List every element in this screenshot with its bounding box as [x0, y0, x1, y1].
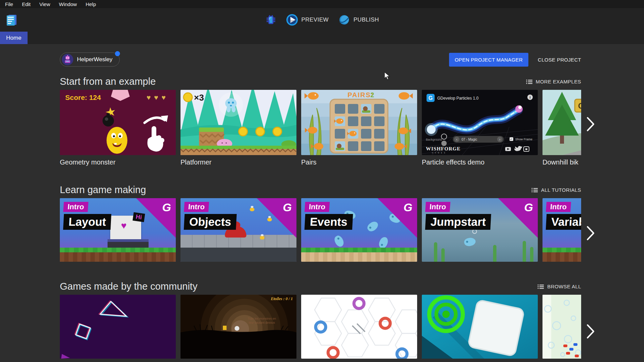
tutorial-title: Layout: [63, 214, 112, 230]
user-profile-chip[interactable]: HelperWesley: [60, 52, 120, 67]
publish-globe-icon: [338, 14, 350, 26]
preview-label: PREVIEW: [301, 16, 329, 23]
background-label: Background: [426, 138, 442, 141]
wishforge-sub: G A M E S: [432, 152, 446, 154]
close-project-button[interactable]: CLOSE PROJECT: [538, 57, 581, 63]
home-header-row: HelperWesley OPEN PROJECT MANAGER CLOSE …: [60, 52, 581, 67]
avatar: [62, 54, 73, 65]
example-label: Platformer: [180, 158, 296, 166]
gd-logo-letter: G: [429, 95, 433, 101]
tutorials-carousel: ♥ Hi G Intro Layout: [60, 198, 581, 262]
all-tutorials-label: ALL TUTORIALS: [541, 187, 581, 193]
score-text: Score: 124: [65, 94, 101, 101]
menu-bar: File Edit View Window Help: [0, 0, 644, 8]
chevron-right-icon: [586, 225, 595, 241]
chevron-right-icon: [586, 116, 595, 132]
coin-counter: ×3: [194, 93, 204, 103]
preset-prev: ‹: [456, 138, 457, 141]
show-frame-check: ✓: [510, 138, 513, 141]
trail-sign-letter: G: [578, 101, 581, 110]
tutorial-card-variables[interactable]: +1 G Intro Variab: [542, 198, 581, 262]
particles-thumbnail: G GDevelop Particles 1.0 i Background ‹ …: [422, 90, 538, 155]
gdevelop-logo-icon: G: [524, 201, 533, 214]
menu-file[interactable]: File: [1, 0, 17, 8]
etoiles-counter: Etoiles : 0 / 1: [271, 296, 293, 301]
debug-button[interactable]: [265, 14, 277, 26]
tutorial-events-thumbnail: G Intro Events: [301, 198, 417, 262]
play-circle-icon: [286, 14, 298, 26]
menu-window[interactable]: Window: [54, 0, 81, 8]
examples-section-title: Start from an example: [60, 76, 156, 87]
community-card-teal-rings[interactable]: [422, 295, 538, 359]
tab-home[interactable]: Home: [0, 32, 28, 44]
bubbles-thumbnail: [542, 295, 581, 359]
geometry-monster-thumbnail: Score: 124 ♥ ♥ ♥: [60, 90, 176, 155]
tutorial-card-layout[interactable]: ♥ Hi G Intro Layout: [60, 198, 176, 262]
tutorial-title: Events: [305, 214, 353, 230]
list-icon: [531, 187, 538, 193]
more-examples-button[interactable]: MORE EXAMPLES: [526, 79, 581, 84]
hearts-text: ♥ ♥ ♥: [147, 94, 166, 101]
pairs-title: PAIRS:: [348, 91, 374, 99]
neon-shapes-thumbnail: [60, 295, 176, 359]
example-label: Downhill bik: [542, 158, 581, 166]
tutorial-variables-thumbnail: +1 G Intro Variab: [542, 198, 581, 262]
all-tutorials-button[interactable]: ALL TUTORIALS: [531, 187, 581, 193]
menu-view[interactable]: View: [35, 0, 54, 8]
community-carousel: Etoiles : 0 / 1 Tuer les monstres en leu…: [60, 295, 581, 359]
list-icon: [526, 79, 533, 84]
tutorial-card-events[interactable]: G Intro Events: [301, 198, 417, 262]
gdevelop-logo-icon: G: [283, 201, 292, 214]
community-card-sunset-platformer[interactable]: Etoiles : 0 / 1 Tuer les monstres en leu…: [180, 295, 296, 359]
community-next-button[interactable]: [586, 324, 595, 340]
username: HelperWesley: [77, 56, 113, 63]
preview-button[interactable]: PREVIEW: [286, 14, 329, 26]
menu-help[interactable]: Help: [81, 0, 100, 8]
browse-all-button[interactable]: BROWSE ALL: [537, 284, 581, 289]
community-card-hex-rings[interactable]: [301, 295, 417, 359]
info-icon: i: [529, 95, 530, 99]
intro-badge: Intro: [425, 202, 450, 212]
menu-edit[interactable]: Edit: [17, 0, 35, 8]
community-card-bubbles[interactable]: [542, 295, 581, 359]
example-card-downhill-bike[interactable]: G Downhill bik: [542, 90, 581, 166]
tutorial-card-jumpstart[interactable]: G Intro Jumpstart: [422, 198, 538, 262]
example-card-platformer[interactable]: ×3 Platformer: [180, 90, 296, 166]
show-frame-label: Show Frame: [515, 138, 532, 141]
pairs-thumbnail: PAIRS: 2: [301, 90, 417, 155]
hex-rings-thumbnail: [301, 295, 417, 359]
main-toolbar: PREVIEW PUBLISH: [0, 8, 644, 32]
notification-dot: [115, 51, 120, 56]
example-card-geometry-monster[interactable]: Score: 124 ♥ ♥ ♥ Ge: [60, 90, 176, 166]
hint-line-2: leur sautant dessus: [249, 321, 275, 324]
tutorials-section-title: Learn game making: [60, 184, 146, 195]
wishforge-brand: WISHFORGE: [426, 146, 460, 151]
examples-next-button[interactable]: [586, 116, 595, 133]
tutorial-title: Objects: [184, 214, 237, 230]
examples-carousel: Score: 124 ♥ ♥ ♥ Ge: [60, 90, 581, 166]
heart-icon: ♥: [121, 220, 127, 231]
tab-strip: Home: [0, 32, 644, 44]
pairs-count: 2: [370, 91, 374, 99]
example-card-pairs[interactable]: PAIRS: 2 Pairs: [301, 90, 417, 166]
downhill-bike-thumbnail: G: [542, 90, 581, 155]
sunset-thumbnail: Etoiles : 0 / 1 Tuer les monstres en leu…: [180, 295, 296, 359]
community-card-neon-shapes[interactable]: [60, 295, 176, 359]
gdevelop-logo-icon: G: [404, 201, 412, 214]
tutorial-title: Jumpstart: [425, 214, 491, 230]
more-examples-label: MORE EXAMPLES: [536, 79, 581, 84]
publish-button[interactable]: PUBLISH: [338, 14, 379, 26]
particles-title: GDevelop Particles 1.0: [437, 96, 479, 101]
tutorials-next-button[interactable]: [586, 225, 595, 242]
preset-name: 07 - Magic: [461, 138, 477, 141]
preset-next: ›: [499, 138, 500, 141]
tutorial-jumpstart-thumbnail: G Intro Jumpstart: [422, 198, 538, 262]
intro-badge: Intro: [63, 202, 88, 212]
intro-badge: Intro: [305, 202, 330, 212]
example-card-particle-effects[interactable]: G GDevelop Particles 1.0 i Background ‹ …: [422, 90, 538, 166]
tutorial-card-objects[interactable]: G Intro Objects: [180, 198, 296, 262]
open-project-manager-button[interactable]: OPEN PROJECT MANAGER: [449, 53, 528, 67]
chevron-right-icon: [586, 324, 595, 339]
hint-line-1: Tuer les monstres en: [248, 317, 276, 320]
gdevelop-window: File Edit View Window Help: [0, 0, 644, 362]
